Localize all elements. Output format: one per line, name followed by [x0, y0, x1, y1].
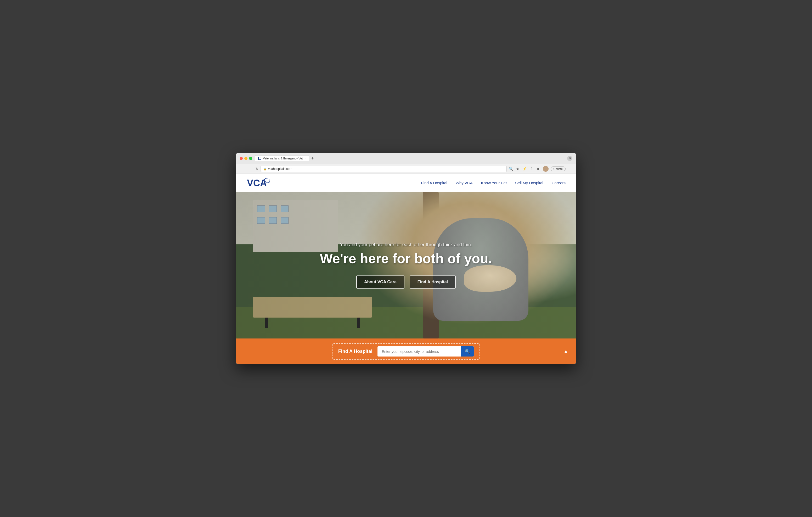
svg-rect-0	[259, 157, 261, 159]
url-bar[interactable]: 🔒 vcahospitals.com	[261, 166, 507, 172]
nav-link-why-vca[interactable]: Why VCA	[456, 181, 473, 185]
lock-icon: 🔒	[263, 168, 267, 171]
browser-menu-icon[interactable]: ⚙	[567, 156, 572, 161]
extensions-icon[interactable]: ⚡	[522, 166, 527, 171]
site-navigation: VCA Find A Hospital Why VCA Know Your Pe…	[236, 174, 576, 192]
nav-item-sell-hospital[interactable]: Sell My Hospital	[515, 181, 543, 185]
nav-item-know-your-pet[interactable]: Know Your Pet	[481, 181, 507, 185]
find-hospital-hero-button[interactable]: Find A Hospital	[410, 275, 456, 288]
site-logo[interactable]: VCA	[246, 176, 272, 189]
more-menu-icon[interactable]: ⋮	[568, 166, 572, 171]
hero-title: We're here for both of you.	[320, 251, 492, 266]
address-bar: ← → ↻ 🔒 vcahospitals.com 🔍 ★ ⚡ ⇧ ■ Updat…	[236, 164, 576, 174]
bookmark-icon[interactable]: ★	[516, 166, 520, 171]
nav-item-careers[interactable]: Careers	[552, 181, 566, 185]
hero-subtitle: You and your pet are here for each other…	[340, 242, 472, 247]
search-input-wrapper: 🔍	[377, 346, 474, 357]
hero-section: You and your pet are here for each other…	[236, 192, 576, 338]
update-button[interactable]: Update	[551, 166, 566, 171]
browser-window: Veterinarians & Emergency Vet × + ⚙ ← → …	[236, 153, 576, 364]
tab-favicon	[258, 157, 261, 160]
hero-buttons: About VCA Care Find A Hospital	[356, 275, 456, 288]
nav-item-why-vca[interactable]: Why VCA	[456, 181, 473, 185]
window-controls	[240, 157, 252, 160]
hero-content: You and your pet are here for each other…	[236, 192, 576, 338]
share-icon[interactable]: ⇧	[529, 166, 534, 171]
new-tab-button[interactable]: +	[310, 156, 315, 161]
url-text: vcahospitals.com	[268, 167, 292, 171]
nav-link-sell-hospital[interactable]: Sell My Hospital	[515, 181, 543, 185]
svg-text:VCA: VCA	[247, 178, 267, 188]
nav-item-find-hospital[interactable]: Find A Hospital	[421, 181, 447, 185]
tab-close-button[interactable]: ×	[304, 157, 306, 160]
reload-button[interactable]: ↻	[255, 167, 258, 171]
maximize-window-button[interactable]	[249, 157, 252, 160]
scroll-up-button[interactable]: ▲	[563, 349, 568, 354]
search-label: Find A Hospital	[338, 349, 373, 354]
title-bar: Veterinarians & Emergency Vet × + ⚙	[236, 153, 576, 164]
forward-button[interactable]: →	[248, 166, 253, 172]
website-content: VCA Find A Hospital Why VCA Know Your Pe…	[236, 174, 576, 364]
nav-links: Find A Hospital Why VCA Know Your Pet Se…	[421, 181, 566, 185]
hospital-search-input[interactable]	[377, 347, 461, 356]
logo-svg: VCA	[246, 176, 272, 189]
search-bar-inner: Find A Hospital 🔍	[332, 343, 480, 360]
nav-link-careers[interactable]: Careers	[552, 181, 566, 185]
tab-bar: Veterinarians & Emergency Vet × +	[255, 155, 564, 161]
about-vca-button[interactable]: About VCA Care	[356, 275, 404, 288]
nav-link-find-hospital[interactable]: Find A Hospital	[421, 181, 447, 185]
tab-label: Veterinarians & Emergency Vet	[263, 157, 303, 160]
hospital-search-button[interactable]: 🔍	[461, 346, 474, 357]
search-icon: 🔍	[465, 349, 470, 354]
user-avatar[interactable]	[543, 166, 549, 172]
nav-link-know-your-pet[interactable]: Know Your Pet	[481, 181, 507, 185]
close-window-button[interactable]	[240, 157, 243, 160]
search-bar-section: Find A Hospital 🔍 ▲	[236, 338, 576, 364]
browser-actions: 🔍 ★ ⚡ ⇧ ■ Update ⋮	[509, 166, 572, 172]
search-icon[interactable]: 🔍	[509, 166, 514, 171]
minimize-window-button[interactable]	[244, 157, 248, 160]
puzzle-icon[interactable]: ■	[536, 166, 541, 171]
back-button[interactable]: ←	[240, 166, 245, 172]
active-tab[interactable]: Veterinarians & Emergency Vet ×	[255, 155, 309, 161]
